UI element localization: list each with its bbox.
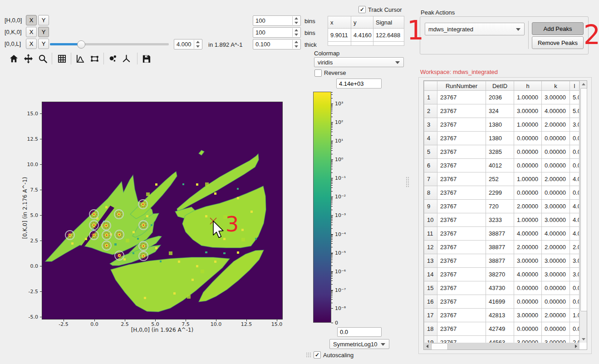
- colorbar-minor-tick: [331, 109, 333, 109]
- table-row[interactable]: 1423767382704.000003.000003.0: [424, 268, 579, 281]
- grid-icon: [57, 54, 67, 64]
- add-peaks-button[interactable]: Add Peaks: [532, 22, 584, 35]
- y-tick-label: -5.0: [29, 314, 38, 320]
- colorbar-min-input[interactable]: [337, 327, 382, 337]
- table-row[interactable]: 1723767428133.000002.000001.0: [424, 309, 579, 322]
- table-row[interactable]: 1323767388773.000003.000003.0: [424, 254, 579, 268]
- colorbar-minor-tick: [331, 275, 333, 275]
- scale-combobox[interactable]: SymmetricLog10: [329, 339, 389, 349]
- peaks-overlay-icon: [108, 54, 118, 64]
- y-tick-label: 15.0: [27, 111, 39, 117]
- save-icon: [142, 54, 151, 64]
- column-header[interactable]: RunNumber: [437, 81, 486, 91]
- colorbar-minor-tick: [331, 219, 333, 220]
- table-row[interactable]: 1123767388774.000004.000004.0: [424, 227, 579, 241]
- table-row[interactable]: 42376713800.000000.000000.0: [424, 132, 579, 145]
- workspace-table[interactable]: RunNumberDetIDhkl 12376720361.000003.000…: [424, 81, 579, 343]
- chevron-down-icon: [381, 343, 385, 346]
- spin-down-icon: [293, 33, 300, 37]
- peaks-workspace-combobox[interactable]: mdws_integrated: [425, 23, 525, 35]
- table-row[interactable]: 62376740120.000000.000000.0: [424, 159, 579, 172]
- table-row[interactable]: 1623767416990.000000.000000.0: [424, 295, 579, 309]
- scroll-up-icon[interactable]: [582, 83, 585, 85]
- cursor-info-table: x y Signal 9.9011 4.4160 122.6488: [328, 16, 404, 46]
- nonorthogonal-axes-button[interactable]: [121, 53, 132, 64]
- horizontal-scrollbar[interactable]: [424, 343, 579, 349]
- colorbar-minor-tick: [331, 197, 333, 198]
- table-row[interactable]: 1523767437300.000000.000000.0: [424, 281, 579, 295]
- colorbar-minor-tick: [331, 297, 333, 297]
- colorbar-minor-tick: [331, 132, 333, 132]
- home-button[interactable]: [8, 53, 19, 64]
- roi-button[interactable]: [89, 53, 100, 64]
- pan-button[interactable]: [23, 53, 34, 64]
- colorbar-minor-tick: [331, 123, 333, 123]
- peaks-overlay-button[interactable]: [107, 53, 118, 64]
- colorbar[interactable]: [313, 92, 331, 323]
- dim-label: [H,0,0]: [5, 17, 22, 24]
- column-header[interactable]: h: [514, 81, 542, 91]
- scroll-left-icon[interactable]: [426, 344, 428, 348]
- x-bins-spinbox[interactable]: 100: [253, 15, 301, 26]
- annotation-2: 2: [584, 22, 599, 48]
- colorbar-minor-tick: [331, 228, 333, 229]
- slice-value-spinbox[interactable]: 4.000: [174, 39, 202, 49]
- autoscaling-checkbox[interactable]: ✓: [314, 351, 321, 359]
- save-button[interactable]: [141, 53, 152, 64]
- remove-peaks-button[interactable]: Remove Peaks: [532, 36, 584, 49]
- zoom-button[interactable]: [37, 53, 48, 64]
- table-row[interactable]: 7237672521.000002.000004.0: [424, 172, 579, 186]
- table-row[interactable]: 32376713801.000002.000003.0: [424, 118, 579, 132]
- table-row[interactable]: 2237673243.000004.000005.0: [424, 104, 579, 118]
- vertical-scrollbar[interactable]: [579, 81, 587, 343]
- track-cursor-checkbox[interactable]: ✓: [358, 6, 366, 13]
- slice-viewer-plot[interactable]: 3: [42, 102, 283, 320]
- pan-icon: [24, 54, 33, 64]
- column-header[interactable]: l: [570, 81, 579, 91]
- splitter-handle[interactable]: [406, 177, 410, 188]
- colorbar-minor-tick: [331, 187, 333, 188]
- y-toggle[interactable]: Y: [38, 15, 49, 25]
- column-header[interactable]: k: [542, 81, 570, 91]
- colorbar-minor-tick: [331, 129, 333, 130]
- line-plots-button[interactable]: [74, 53, 85, 64]
- colorbar-minor-tick: [331, 179, 333, 179]
- table-row[interactable]: 102376732331.000003.000004.0: [424, 213, 579, 227]
- colorbar-minor-tick: [331, 198, 333, 199]
- scroll-down-icon[interactable]: [582, 338, 585, 340]
- thickness-spinbox[interactable]: 0.100: [253, 39, 301, 49]
- dim-row-l: [0,0,L] X Y: [0, 39, 54, 49]
- table-row[interactable]: 9237677202.000003.000004.0: [424, 200, 579, 213]
- y-bins-spinbox[interactable]: 100: [253, 27, 301, 38]
- table-row[interactable]: 1923767445633.000003.000002.0: [424, 336, 579, 343]
- table-row[interactable]: 82376722990.000000.000000.0: [424, 186, 579, 200]
- x-toggle[interactable]: X: [26, 15, 37, 25]
- colorbar-minor-tick: [331, 106, 333, 107]
- grid-button[interactable]: [56, 53, 67, 64]
- colorbar-minor-tick: [331, 217, 333, 217]
- y-tick-mark: [40, 190, 42, 190]
- scroll-right-icon[interactable]: [575, 344, 577, 348]
- workspace-table-viewport[interactable]: RunNumberDetIDhkl 12376720361.000003.000…: [424, 81, 579, 343]
- table-row[interactable]: 12376720361.000003.000005.0: [424, 91, 579, 104]
- colorbar-max-input[interactable]: [336, 79, 382, 89]
- y-toggle[interactable]: Y: [38, 27, 49, 37]
- column-header[interactable]: DetID: [486, 81, 514, 91]
- thickness-label: thick: [304, 41, 317, 48]
- y-toggle[interactable]: Y: [38, 39, 49, 49]
- slice-value: 4.000: [177, 41, 191, 48]
- reverse-checkbox[interactable]: [314, 69, 322, 77]
- table-row[interactable]: 1223767388772.000002.000002.0: [424, 241, 579, 254]
- x-toggle[interactable]: X: [26, 39, 37, 49]
- y-tick-mark: [40, 266, 42, 266]
- splitter-handle[interactable]: [306, 353, 312, 358]
- table-row[interactable]: 1823767427490.000000.000000.0: [424, 322, 579, 336]
- colormap-combobox[interactable]: viridis: [314, 57, 404, 67]
- cursor-signal-value: 122.6488: [373, 29, 404, 42]
- scrollbar-thumb[interactable]: [431, 343, 448, 350]
- scrollbar-thumb[interactable]: [580, 88, 587, 311]
- slider-handle[interactable]: [77, 40, 85, 49]
- table-row[interactable]: 52376732850.000000.000000.0: [424, 145, 579, 159]
- dim-slider[interactable]: [50, 40, 169, 49]
- x-toggle[interactable]: X: [26, 27, 37, 37]
